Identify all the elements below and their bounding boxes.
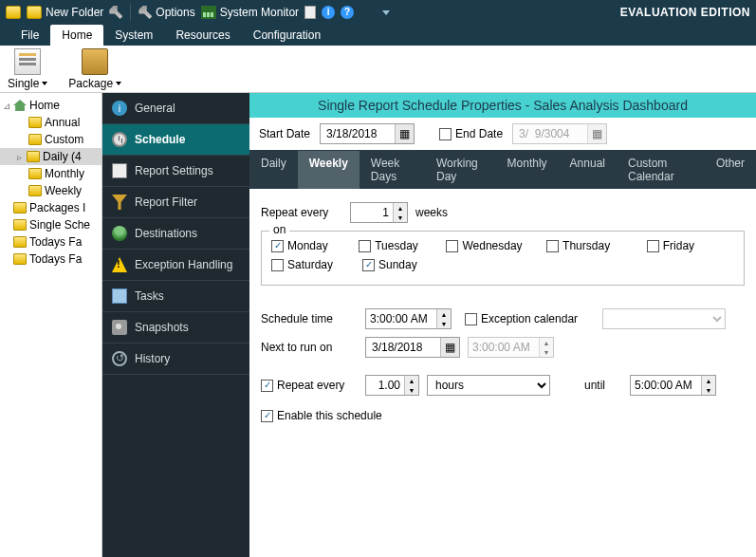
tasks-icon (112, 288, 127, 304)
sidebar-exception[interactable]: Exception Handling (102, 250, 249, 281)
sidebar-report-settings[interactable]: Report Settings (102, 156, 249, 187)
tree-weekly[interactable]: Weekly (0, 182, 101, 199)
chevron-down-icon (42, 82, 47, 85)
checkbox-icon (446, 240, 458, 252)
start-date-field[interactable] (321, 124, 395, 143)
chk-friday[interactable]: Friday (647, 239, 734, 252)
chevron-down-icon[interactable] (382, 10, 390, 15)
help-icon[interactable]: ? (341, 6, 354, 19)
chk-saturday[interactable]: Saturday (271, 258, 362, 271)
tab-workingday[interactable]: Working Day (425, 151, 496, 189)
repeat-weeks-spinner[interactable]: ▲▼ (350, 202, 408, 223)
spin-up[interactable]: ▲ (405, 376, 418, 385)
folder-icon (28, 117, 42, 128)
repeat-interval-input[interactable] (366, 376, 404, 395)
chk-thursday[interactable]: Thursday (546, 239, 647, 252)
calendar-icon[interactable]: ▦ (440, 338, 459, 357)
options-button[interactable]: Options (138, 6, 194, 19)
tab-file[interactable]: File (9, 25, 50, 46)
package-button[interactable]: Package (66, 46, 123, 92)
checkbox-icon (465, 313, 477, 325)
chk-monday[interactable]: Monday (271, 239, 359, 252)
repeat-interval-spinner[interactable]: ▲▼ (365, 375, 419, 396)
tree-custom[interactable]: Custom (0, 131, 101, 148)
repeat-unit-select[interactable]: hours (427, 375, 550, 396)
checkbox-icon (362, 259, 375, 271)
next-run-date[interactable]: ▦ (365, 337, 460, 358)
next-run-date-input[interactable] (366, 338, 440, 357)
spin-up[interactable]: ▲ (394, 203, 407, 213)
tab-monthly[interactable]: Monthly (496, 151, 559, 189)
chk-wednesday[interactable]: Wednesday (446, 239, 546, 252)
spin-down[interactable]: ▼ (702, 385, 715, 395)
sidebar-destinations[interactable]: Destinations (102, 218, 249, 250)
repeat-weeks-input[interactable] (351, 203, 393, 222)
tree-monthly[interactable]: Monthly (0, 165, 101, 182)
single-button[interactable]: Single (6, 46, 49, 92)
checkbox-icon (271, 240, 284, 252)
tab-weekdays[interactable]: Week Days (360, 151, 425, 189)
tab-annual[interactable]: Annual (559, 151, 617, 189)
system-monitor-button[interactable]: System Monitor (201, 6, 299, 19)
spin-up[interactable]: ▲ (702, 376, 715, 385)
tab-configuration[interactable]: Configuration (242, 25, 332, 46)
days-group: on Monday Tuesday Wednesday Thursday Fri… (261, 231, 745, 286)
content-pane: Single Report Schedule Properties - Sale… (249, 93, 756, 557)
spin-up: ▲ (540, 338, 553, 347)
tab-custom-calendar[interactable]: Custom Calendar (617, 151, 705, 189)
folder-icon (28, 134, 42, 145)
tab-system[interactable]: System (103, 25, 164, 46)
tree-daily[interactable]: ▹Daily (4 (0, 148, 101, 165)
end-date-checkbox[interactable]: End Date (439, 127, 503, 140)
tab-daily[interactable]: Daily (249, 151, 298, 189)
chk-sunday[interactable]: Sunday (362, 258, 453, 271)
schedule-time-spinner[interactable]: ▲▼ (365, 308, 452, 329)
sidebar-history[interactable]: History (102, 343, 249, 375)
tab-home[interactable]: Home (50, 25, 103, 46)
start-date-input[interactable]: ▦ (320, 123, 415, 144)
wrench-icon[interactable] (109, 6, 122, 19)
calendar-icon[interactable]: ▦ (395, 124, 414, 143)
end-date-input: ▦ (512, 123, 607, 144)
enable-schedule-checkbox[interactable]: Enable this schedule (261, 409, 382, 422)
doc-icon[interactable] (304, 6, 316, 19)
spin-down[interactable]: ▼ (394, 213, 407, 222)
new-folder-button[interactable]: New Folder (27, 6, 103, 19)
toolbar-separator (130, 4, 131, 21)
ribbon-tabs: File Home System Resources Configuration (0, 25, 756, 46)
schedule-time-label: Schedule time (261, 312, 358, 325)
tree-todays-fa1[interactable]: Todays Fa (0, 233, 101, 251)
info-icon[interactable]: i (322, 6, 335, 19)
on-label: on (269, 223, 289, 236)
until-time-spinner[interactable]: ▲▼ (630, 375, 716, 396)
chk-tuesday[interactable]: Tuesday (359, 239, 446, 252)
sidebar-general[interactable]: iGeneral (102, 93, 249, 124)
tab-resources[interactable]: Resources (164, 25, 241, 46)
folder-icon (13, 236, 27, 248)
sidebar-report-filter[interactable]: Report Filter (102, 187, 249, 218)
next-run-time-input (469, 338, 539, 357)
tree-home[interactable]: ⊿Home (0, 97, 101, 114)
options-label: Options (156, 6, 194, 19)
schedule-time-input[interactable] (366, 309, 436, 328)
repeat-every-checkbox[interactable]: Repeat every (261, 379, 358, 392)
next-run-time: ▲▼ (468, 337, 554, 358)
tree-packages[interactable]: Packages I (0, 199, 101, 216)
exception-calendar-checkbox[interactable]: Exception calendar (465, 312, 578, 325)
until-label: until (584, 379, 605, 392)
checkbox-icon (261, 380, 273, 392)
tab-weekly[interactable]: Weekly (298, 151, 360, 189)
spin-down[interactable]: ▼ (405, 385, 418, 395)
new-folder-icon (27, 6, 42, 19)
sidebar-tasks[interactable]: Tasks (102, 281, 249, 312)
sidebar-snapshots[interactable]: Snapshots (102, 312, 249, 343)
sidebar-schedule[interactable]: Schedule (102, 124, 249, 156)
tree-single-sche[interactable]: Single Sche (0, 216, 101, 233)
spin-up[interactable]: ▲ (437, 309, 451, 319)
folder-icon[interactable] (6, 6, 21, 19)
tree-todays-fa2[interactable]: Todays Fa (0, 251, 101, 268)
until-time-input[interactable] (631, 376, 701, 395)
tree-annual[interactable]: Annual (0, 114, 101, 131)
spin-down[interactable]: ▼ (437, 319, 451, 328)
tab-other[interactable]: Other (705, 151, 756, 189)
